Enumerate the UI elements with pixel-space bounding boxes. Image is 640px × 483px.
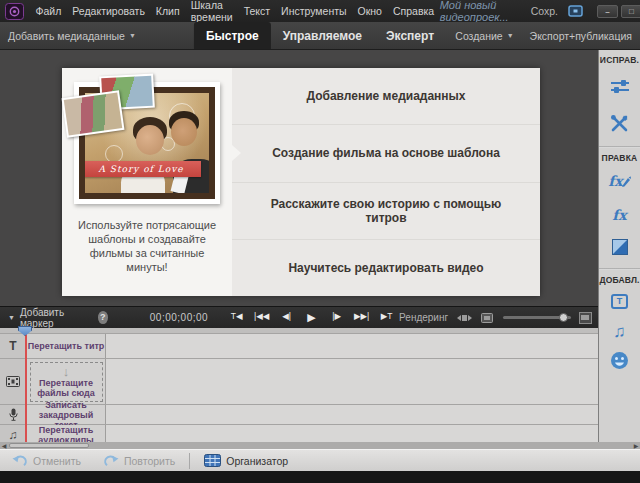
add-media-button[interactable]: Добавить медиаданные ▼	[8, 30, 136, 42]
previous-clip-button[interactable]: |◀◀	[249, 311, 274, 324]
video-track-lane[interactable]	[106, 359, 598, 404]
title-track-icon: T	[0, 334, 27, 358]
template-preview-pane: A Story of Love Используйте потрясающие …	[62, 68, 232, 296]
menu-edit[interactable]: Редактировать	[72, 5, 145, 17]
timeline-tracks: T Перетащить титр ↓ Перетащите файлы сюд…	[0, 328, 598, 442]
section-add-label: ДОБАВЛ.	[599, 275, 639, 285]
sidebar-divider	[599, 146, 640, 148]
maximize-button[interactable]: □	[621, 5, 640, 18]
menu-bar: Файл Редактировать Клип Шкала времени Те…	[0, 0, 640, 22]
render-button[interactable]: Рендеринг	[399, 312, 448, 323]
menu-text[interactable]: Текст	[244, 5, 270, 17]
action-sidebar: ИСПРАВ. ПРАВКА fx fx ДОБАВЛ. T ♫	[598, 50, 640, 442]
window-controls: – □ ×	[597, 5, 640, 18]
help-icon[interactable]: ?	[98, 311, 108, 324]
undo-button[interactable]: Отменить	[12, 454, 81, 467]
template-ribbon: A Story of Love	[85, 161, 201, 177]
fullscreen-preview-icon[interactable]	[579, 312, 592, 324]
tab-quick[interactable]: Быстрое	[194, 22, 271, 49]
timeline-toolbar: ▼ Добавить маркер ? 00;00;00;00 T◀ |◀◀ ◀…	[0, 306, 598, 328]
title-track: T Перетащить титр	[0, 334, 598, 359]
minimize-button[interactable]: –	[597, 5, 618, 18]
scroll-right-icon[interactable]: ▶	[632, 442, 640, 449]
adjust-icon[interactable]	[610, 78, 630, 94]
export-publish-button[interactable]: Экспорт+публикация	[530, 30, 632, 42]
go-to-start-button[interactable]: T◀	[224, 311, 249, 324]
ribbon-text: A Story of Love	[98, 164, 183, 174]
welcome-item-create-from-template[interactable]: Создание фильма на основе шаблона	[232, 125, 540, 182]
chevron-down-icon: ▼	[507, 32, 514, 39]
add-graphics-smiley-icon[interactable]	[610, 351, 629, 370]
bottom-bar: Отменить Повторить Организатор	[0, 449, 640, 471]
add-marker-button[interactable]: Добавить маркер	[20, 307, 84, 329]
welcome-caption: Используйте потрясающие шаблоны и создав…	[72, 218, 222, 274]
bottom-bar-divider	[189, 453, 190, 469]
add-title-icon[interactable]: T	[611, 294, 628, 309]
monitor-icon[interactable]	[481, 313, 493, 323]
welcome-menu: Добавление медиаданных Создание фильма н…	[232, 68, 540, 296]
section-edit-label: ПРАВКА	[602, 153, 638, 163]
premiere-elements-window: Файл Редактировать Клип Шкала времени Те…	[0, 0, 640, 483]
app-logo-icon	[5, 3, 24, 20]
play-button[interactable]: ▶	[299, 311, 324, 324]
mode-tabs: Быстрое Управляемое Эксперт	[194, 22, 446, 49]
save-button[interactable]: Сохр.	[531, 5, 558, 17]
selection-arrow-icon	[232, 145, 241, 161]
video-track: ↓ Перетащите файлы сюда	[0, 359, 598, 405]
step-back-button[interactable]: ◀|	[274, 311, 299, 324]
video-track-cell: ↓ Перетащите файлы сюда	[27, 359, 106, 404]
timecode-display: 00;00;00;00	[150, 312, 208, 323]
window-bottom-strip	[0, 471, 640, 483]
mode-toolbar: Добавить медиаданные ▼ Быстрое Управляем…	[0, 22, 640, 50]
tab-expert[interactable]: Эксперт	[374, 22, 446, 49]
chevron-down-icon: ▼	[129, 32, 136, 39]
title-track-lane[interactable]	[106, 334, 598, 358]
welcome-panel: A Story of Love Используйте потрясающие …	[62, 68, 540, 296]
save-status-icon[interactable]	[568, 5, 583, 17]
tab-guided[interactable]: Управляемое	[271, 22, 374, 49]
scroll-left-icon[interactable]: ◀	[0, 442, 8, 449]
welcome-item-titles[interactable]: Расскажите свою историю с помощью титров	[232, 183, 540, 240]
microphone-icon	[0, 405, 27, 424]
next-clip-button[interactable]: ▶▶|	[349, 311, 374, 324]
chevron-down-icon: ▼	[8, 314, 15, 321]
template-preview-image: A Story of Love	[74, 82, 220, 204]
narration-track-hint[interactable]: Записать закадровый текст	[27, 405, 106, 424]
monitor-workspace: A Story of Love Используйте потрясающие …	[0, 50, 598, 306]
scrollbar-thumb[interactable]	[9, 443, 89, 448]
welcome-item-add-media[interactable]: Добавление медиаданных	[232, 68, 540, 125]
menu-tools[interactable]: Инструменты	[281, 5, 346, 17]
undo-icon	[12, 454, 28, 467]
project-title: Мой новый видеопроек...	[440, 0, 509, 23]
title-track-hint[interactable]: Перетащить титр	[27, 334, 106, 358]
menu-clip[interactable]: Клип	[156, 5, 180, 17]
add-music-icon[interactable]: ♫	[613, 323, 626, 340]
zoom-slider[interactable]	[503, 316, 571, 319]
menu-help[interactable]: Справка	[393, 5, 434, 17]
sidebar-divider	[599, 268, 640, 270]
transport-controls: T◀ |◀◀ ◀| ▶ |▶ ▶▶| ▶T	[224, 311, 399, 324]
section-fix-label: ИСПРАВ.	[600, 55, 639, 65]
welcome-item-learn-editing[interactable]: Научитесь редактировать видео	[232, 240, 540, 296]
redo-icon	[103, 454, 119, 467]
go-to-end-button[interactable]: ▶T	[374, 311, 399, 324]
fx-edit-icon[interactable]: fx	[608, 173, 630, 189]
menu-timeline[interactable]: Шкала времени	[191, 0, 233, 23]
organizer-button[interactable]: Организатор	[204, 454, 288, 467]
media-drop-zone[interactable]: ↓ Перетащите файлы сюда	[30, 362, 103, 402]
zoom-slider-handle[interactable]	[559, 313, 568, 322]
playhead-line	[25, 328, 27, 442]
horizontal-scrollbar: ◀ ▶	[0, 442, 640, 449]
transition-icon[interactable]	[612, 239, 628, 255]
menu-window[interactable]: Окно	[358, 5, 382, 17]
tools-icon[interactable]	[610, 114, 629, 133]
fx-icon[interactable]: fx	[612, 207, 626, 223]
step-forward-button[interactable]: |▶	[324, 311, 349, 324]
create-button[interactable]: Создание ▼	[455, 30, 513, 42]
menu-file[interactable]: Файл	[36, 5, 62, 17]
zoom-fit-icon[interactable]	[457, 313, 472, 323]
narration-track: Записать закадровый текст	[0, 405, 598, 425]
narration-track-lane[interactable]	[106, 405, 598, 424]
video-track-icon	[0, 359, 27, 404]
redo-button[interactable]: Повторить	[103, 454, 175, 467]
